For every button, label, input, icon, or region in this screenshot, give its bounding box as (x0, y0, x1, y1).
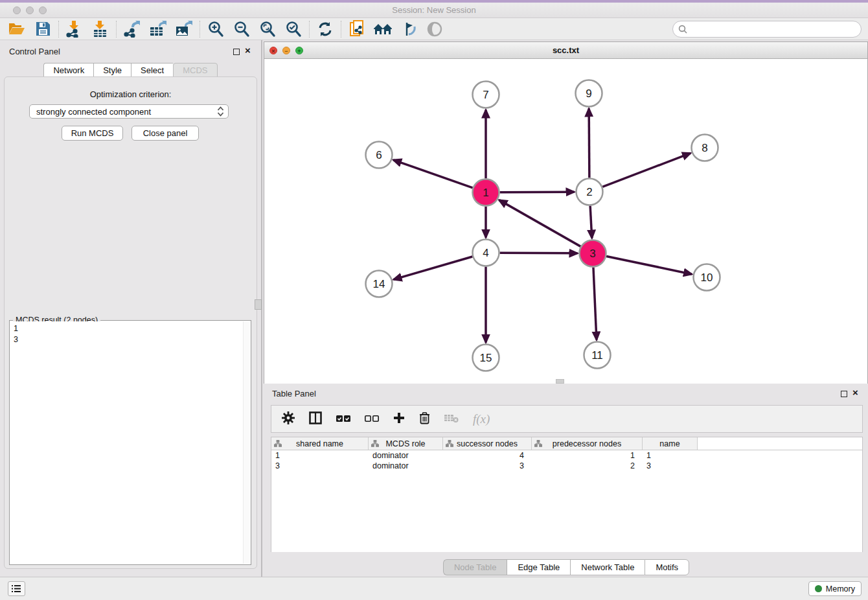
deselect-all-checkboxes-icon[interactable] (365, 413, 379, 425)
edge-2-8[interactable] (602, 153, 691, 187)
result-scrollbar[interactable] (243, 321, 250, 564)
graph-node-1[interactable]: 1 (473, 179, 499, 206)
edge-2-9[interactable] (589, 108, 589, 178)
mcds-result-group: MCDS result (2 nodes) 1 3 (9, 320, 251, 565)
table-tab-node-table[interactable]: Node Table (443, 559, 507, 575)
svg-text:9: 9 (586, 87, 591, 100)
control-tab-mcds[interactable]: MCDS (173, 63, 217, 78)
graph-node-2[interactable]: 2 (577, 179, 603, 205)
table-panel-float-icon[interactable] (841, 391, 847, 397)
mcds-result-text[interactable]: 1 3 (10, 321, 243, 564)
import-table-icon[interactable] (87, 19, 113, 39)
edge-2-3[interactable] (590, 205, 592, 238)
export-table-icon[interactable] (145, 19, 171, 39)
table-row-2[interactable]: 3dominator323 (271, 461, 862, 471)
network-resize-handle[interactable] (556, 379, 564, 384)
add-column-icon[interactable] (393, 412, 405, 426)
cell-MCDS-role[interactable]: dominator (369, 451, 443, 460)
column-header-MCDS-role[interactable]: MCDS role (369, 437, 443, 450)
table-row-1[interactable]: 1dominator411 (271, 450, 862, 461)
table-body: 1dominator4113dominator323 (271, 450, 862, 471)
column-header-predecessor-nodes[interactable]: predecessor nodes (532, 437, 643, 450)
graph-node-11[interactable]: 11 (584, 342, 611, 369)
cell-name[interactable]: 3 (643, 461, 698, 470)
svg-text:4: 4 (483, 247, 488, 259)
home-layouts-icon[interactable] (370, 19, 396, 39)
export-network-icon[interactable] (119, 19, 145, 39)
graph-node-6[interactable]: 6 (366, 142, 393, 168)
column-header-successor-nodes[interactable]: successor nodes (443, 437, 532, 450)
refresh-layout-icon[interactable] (312, 19, 338, 39)
open-session-icon[interactable] (4, 19, 30, 39)
svg-text:1: 1 (483, 187, 488, 199)
select-all-checkboxes-icon[interactable] (336, 413, 350, 425)
table-tab-motifs[interactable]: Motifs (645, 559, 689, 575)
cell-shared-name[interactable]: 1 (271, 451, 369, 460)
network-graph[interactable]: 7968124314101511 (264, 59, 867, 384)
zoom-fit-icon[interactable] (255, 19, 280, 39)
table-panel-close-icon[interactable]: × (852, 387, 858, 398)
control-panel-float-icon[interactable] (233, 49, 240, 55)
edge-3-10[interactable] (606, 256, 692, 274)
edge-3-1[interactable] (499, 200, 580, 247)
save-session-icon[interactable] (30, 19, 56, 39)
graph-node-3[interactable]: 3 (580, 240, 606, 267)
network-search-box[interactable] (672, 21, 862, 38)
edge-1-2[interactable] (499, 192, 574, 192)
import-network-icon[interactable] (62, 19, 87, 39)
cell-successor-nodes[interactable]: 3 (443, 461, 532, 470)
hide-details-icon[interactable] (396, 19, 422, 39)
status-bar: Memory (0, 577, 868, 600)
table-tab-edge-table[interactable]: Edge Table (507, 559, 570, 575)
graph-node-9[interactable]: 9 (576, 80, 602, 107)
run-mcds-button[interactable]: Run MCDS (62, 126, 123, 141)
cell-successor-nodes[interactable]: 4 (443, 451, 532, 460)
cell-name[interactable]: 1 (643, 451, 698, 460)
splitter-handle[interactable] (255, 299, 262, 310)
graph-node-7[interactable]: 7 (473, 82, 499, 108)
network-canvas[interactable]: 7968124314101511 (264, 59, 867, 384)
app-window-title: Session: New Session (0, 5, 868, 15)
cell-shared-name[interactable]: 3 (271, 461, 369, 470)
toolbar-separator (309, 21, 310, 38)
control-tab-network[interactable]: Network (43, 63, 93, 78)
table-tab-network-table[interactable]: Network Table (570, 559, 645, 575)
settings-gear-icon[interactable] (282, 411, 295, 427)
graph-node-4[interactable]: 4 (473, 240, 499, 266)
graph-node-14[interactable]: 14 (366, 271, 393, 297)
node-table[interactable]: shared nameMCDS rolesuccessor nodesprede… (271, 437, 863, 552)
control-tab-select[interactable]: Select (131, 63, 173, 78)
close-panel-button[interactable]: Close panel (131, 126, 199, 141)
task-history-button[interactable] (8, 581, 25, 596)
column-management-icon[interactable] (309, 411, 322, 427)
list-icon (12, 584, 21, 593)
control-panel-close-icon[interactable]: × (245, 45, 251, 56)
edge-3-11[interactable] (593, 267, 597, 340)
edge-4-3[interactable] (499, 253, 577, 253)
memory-button[interactable]: Memory (808, 581, 862, 596)
graph-node-10[interactable]: 10 (694, 264, 720, 291)
duplicate-network-icon[interactable] (344, 19, 370, 39)
svg-text:11: 11 (591, 349, 603, 362)
cell-MCDS-role[interactable]: dominator (369, 461, 443, 470)
cell-predecessor-nodes[interactable]: 1 (532, 451, 643, 460)
control-tab-style[interactable]: Style (93, 63, 131, 78)
toolbar-separator (200, 21, 200, 38)
zoom-in-icon[interactable] (203, 19, 229, 39)
network-window-title: scc.txt (264, 45, 867, 55)
edge-1-6[interactable] (393, 160, 473, 188)
delete-column-icon[interactable] (419, 411, 430, 427)
column-header-shared-name[interactable]: shared name (271, 437, 369, 450)
zoom-selected-icon[interactable] (280, 19, 306, 39)
zoom-out-icon[interactable] (229, 19, 255, 39)
graph-node-15[interactable]: 15 (473, 345, 499, 371)
cell-predecessor-nodes[interactable]: 2 (532, 461, 643, 470)
network-window-titlebar[interactable]: × − + scc.txt (264, 42, 867, 59)
graph-node-8[interactable]: 8 (692, 135, 718, 161)
column-header-name[interactable]: name (643, 437, 698, 450)
search-input[interactable] (688, 23, 861, 36)
control-panel-header: Control Panel × (0, 44, 261, 60)
edge-4-14[interactable] (394, 257, 473, 279)
criterion-dropdown[interactable]: strongly connected component (29, 104, 229, 119)
export-image-icon[interactable] (171, 19, 197, 39)
